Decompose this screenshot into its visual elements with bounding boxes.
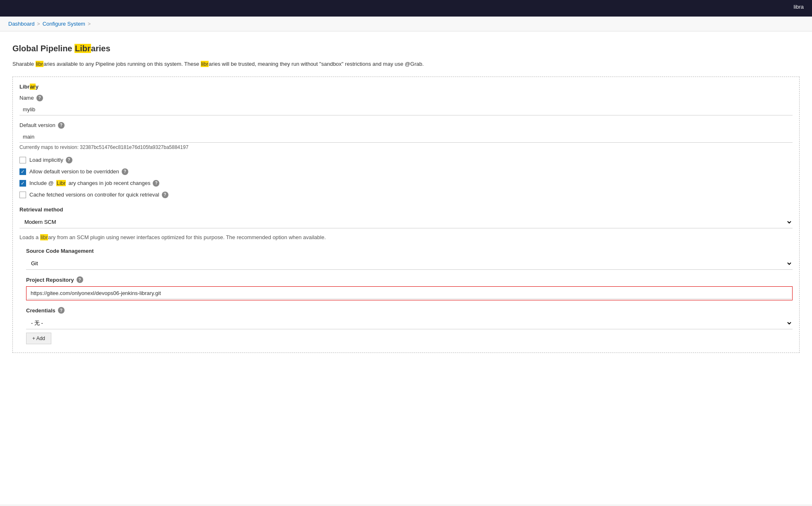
retrieval-section: Retrieval method Modern SCM Loads a libr… [19,206,793,345]
breadcrumb: Dashboard > Configure System > [0,17,812,31]
default-version-label: Default version ? [19,122,793,129]
main-content: Global Pipeline Libraries Sharable libra… [0,31,812,504]
page-title-suffix: aries [91,44,111,53]
repo-input-wrapper [26,286,793,300]
allow-override-help-icon[interactable]: ? [122,168,128,175]
load-implicitly-group: Load implicitly ? [19,157,793,163]
revision-text: Currently maps to revision: 32387bc51476… [19,144,793,150]
cache-fetched-help-icon[interactable]: ? [162,192,168,198]
include-library-label: Include @Library changes in job recent c… [29,180,159,187]
add-credentials-button[interactable]: + Add [26,333,51,344]
page-description: Sharable libraries available to any Pipe… [12,60,800,68]
allow-override-label: Allow default version to be overridden ? [29,168,128,175]
top-bar: libra [0,0,812,17]
allow-override-group: Allow default version to be overridden ? [19,168,793,175]
project-repo-input[interactable] [27,288,791,299]
load-implicitly-checkbox[interactable] [19,157,26,163]
cache-fetched-group: Cache fetched versions on controller for… [19,192,793,198]
page-title-prefix: Global Pipeline [12,44,74,53]
breadcrumb-sep1: > [37,21,40,27]
name-label: Name ? [19,95,793,101]
library-header: Library [19,84,793,90]
breadcrumb-configure[interactable]: Configure System [43,21,85,27]
project-repo-section: Project Repository ? [26,276,793,300]
cache-fetched-checkbox[interactable] [19,192,26,198]
include-library-help-icon[interactable]: ? [153,180,159,187]
credentials-label: Credentials ? [26,307,793,314]
name-help-icon[interactable]: ? [36,95,43,101]
load-implicitly-help-icon[interactable]: ? [66,157,72,163]
scm-section: Source Code Management Git [26,248,793,270]
page-title-highlight: Libr [74,44,91,53]
page-title: Global Pipeline Libraries [12,44,800,53]
project-repo-help-icon[interactable]: ? [77,276,83,283]
credentials-help-icon[interactable]: ? [58,307,65,314]
include-library-group: Include @Library changes in job recent c… [19,180,793,187]
allow-override-checkbox[interactable] [19,168,26,175]
name-input[interactable] [19,104,793,115]
cache-fetched-label: Cache fetched versions on controller for… [29,192,168,198]
scm-select[interactable]: Git [26,257,793,270]
load-implicitly-label: Load implicitly ? [29,157,72,163]
retrieval-desc: Loads a library from an SCM plugin using… [19,233,793,242]
credentials-section: Credentials ? - 无 - + Add [26,307,793,344]
retrieval-label: Retrieval method [19,206,793,213]
default-version-help-icon[interactable]: ? [58,122,65,129]
name-group: Name ? [19,95,793,115]
default-version-group: Default version ? Currently maps to revi… [19,122,793,150]
breadcrumb-sep2: > [88,21,91,27]
project-repo-label: Project Repository ? [26,276,793,283]
credentials-select[interactable]: - 无 - [26,317,793,329]
scm-label: Source Code Management [26,248,793,254]
breadcrumb-dashboard[interactable]: Dashboard [8,21,35,27]
retrieval-method-select[interactable]: Modern SCM [19,216,793,228]
default-version-input[interactable] [19,131,793,143]
library-section: Library Name ? Default version ? Current… [12,77,800,353]
include-library-checkbox[interactable] [19,180,26,187]
search-tooltip: libra [789,2,808,12]
